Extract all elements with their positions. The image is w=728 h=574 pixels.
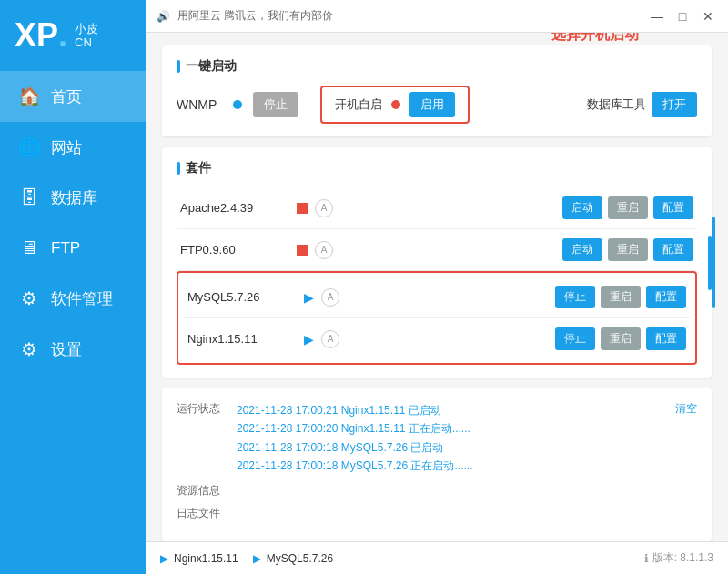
mysql-name: MySQL5.7.26 [187, 290, 297, 304]
main-panel: 🔊 用阿里云 腾讯云，我们有内部价 — □ ✕ 一键启动 选择开机启动 WNMP [146, 0, 728, 574]
nginx-play-icon: ▶ [160, 552, 168, 565]
log-status-content: 2021-11-28 17:00:21 Nginx1.15.11 已启动 202… [237, 401, 661, 476]
startup-enable-button[interactable]: 启用 [410, 92, 455, 117]
log-line-3: 2021-11-28 17:00:18 MySQL5.7.26 已启动 [237, 438, 661, 457]
bottom-mysql[interactable]: ▶ MySQL5.7.26 [253, 552, 333, 565]
sidebar-label-settings: 设置 [51, 339, 82, 360]
settings-icon: ⚙ [18, 338, 40, 360]
sidebar-item-database[interactable]: 🗄 数据库 [0, 173, 146, 223]
maximize-button[interactable]: □ [673, 7, 692, 25]
apache-restart-button[interactable]: 重启 [608, 196, 648, 219]
nginx-config-button[interactable]: 配置 [646, 327, 686, 350]
log-section: 运行状态 2021-11-28 17:00:21 Nginx1.15.11 已启… [162, 388, 712, 541]
speaker-icon: 🔊 [157, 10, 170, 23]
nginx-stop-button[interactable]: 停止 [555, 327, 595, 350]
ftp-restart-button[interactable]: 重启 [608, 238, 648, 261]
app-logo: XP . 小皮 CN [0, 0, 146, 71]
mysql-restart-button[interactable]: 重启 [601, 286, 641, 308]
log-file-row: 日志文件 [177, 506, 697, 521]
startup-box: 开机自启 启用 [320, 86, 470, 124]
log-clear-button[interactable]: 清空 [675, 401, 697, 417]
log-status-label: 运行状态 [177, 401, 222, 417]
startup-status-dot [391, 100, 400, 109]
running-services-box: 启动这2个 MySQL5.7.26 ▶ A 停止 重启 配置 [177, 271, 697, 365]
website-icon: 🌐 [18, 136, 40, 158]
db-tools-open-button[interactable]: 打开 [652, 92, 697, 117]
log-file-label: 日志文件 [177, 506, 222, 521]
suite-title: 套件 [177, 160, 697, 176]
wnmp-label: WNMP [177, 97, 222, 112]
log-resource-label: 资源信息 [177, 483, 222, 498]
suite-row-mysql: MySQL5.7.26 ▶ A 停止 重启 配置 [184, 277, 690, 318]
scroll-indicator [708, 236, 712, 290]
startup-label: 开机自启 [335, 96, 382, 113]
mysql-actions: 停止 重启 配置 [555, 286, 686, 308]
ftp-name: FTP0.9.60 [180, 243, 289, 257]
log-resource-row: 资源信息 [177, 483, 697, 498]
mysql-bottom-label: MySQL5.7.26 [267, 552, 333, 565]
bottom-services: ▶ Nginx1.15.11 ▶ MySQL5.7.26 [160, 552, 333, 565]
sidebar-label-home: 首页 [51, 86, 82, 107]
mysql-stop-button[interactable]: 停止 [555, 286, 595, 308]
suite-row-nginx: Nginx1.15.11 ▶ A 停止 重启 配置 [184, 318, 690, 359]
promo-text: 用阿里云 腾讯云，我们有内部价 [177, 8, 333, 24]
ftp-admin-icon: A [315, 241, 333, 259]
bottom-version: ℹ 版本: 8.1.1.3 [644, 550, 713, 566]
suite-row-ftp: FTP0.9.60 A 启动 重启 配置 [177, 229, 697, 271]
database-icon: 🗄 [18, 187, 40, 208]
one-click-row: WNMP 停止 开机自启 启用 数据库工具 打开 [177, 86, 697, 124]
logo-dot: . [58, 16, 67, 55]
sidebar-item-website[interactable]: 🌐 网站 [0, 122, 146, 173]
title-bar-left: 🔊 用阿里云 腾讯云，我们有内部价 [157, 8, 333, 24]
nginx-status-icon: ▶ [304, 332, 314, 347]
version-text: 版本: 8.1.1.3 [652, 550, 713, 566]
mysql-play-icon: ▶ [253, 552, 261, 565]
sidebar-label-website: 网站 [51, 137, 82, 158]
ftp-actions: 启动 重启 配置 [562, 238, 693, 261]
one-click-section: 一键启动 选择开机启动 WNMP 停止 开机自启 启用 数据库工具 [162, 45, 712, 136]
wnmp-status-dot [233, 100, 242, 109]
sidebar-item-home[interactable]: 🏠 首页 [0, 71, 146, 122]
db-tools-box: 数据库工具 打开 [587, 92, 697, 117]
log-line-1: 2021-11-28 17:00:21 Nginx1.15.11 已启动 [237, 401, 661, 419]
sidebar-item-settings[interactable]: ⚙ 设置 [0, 324, 146, 375]
logo-cn: CN [75, 35, 98, 49]
wnmp-stop-button[interactable]: 停止 [253, 92, 298, 117]
ftp-start-button[interactable]: 启动 [562, 238, 602, 261]
sidebar-label-ftp: FTP [51, 239, 80, 257]
annotation-startup: 选择开机启动 [551, 33, 639, 45]
ftp-icon: 🖥 [18, 237, 40, 258]
sidebar-label-software: 软件管理 [51, 288, 113, 309]
mysql-admin-icon: A [321, 288, 339, 307]
apache-start-button[interactable]: 启动 [562, 196, 602, 219]
sidebar-label-database: 数据库 [51, 187, 97, 208]
mysql-config-button[interactable]: 配置 [646, 286, 686, 308]
sidebar-item-ftp[interactable]: 🖥 FTP [0, 223, 146, 273]
version-icon: ℹ [644, 552, 649, 565]
ftp-status-icon [297, 245, 308, 256]
log-line-4: 2021-11-28 17:00:18 MySQL5.7.26 正在启动....… [237, 457, 661, 475]
nginx-restart-button[interactable]: 重启 [601, 327, 641, 350]
sidebar-item-software[interactable]: ⚙ 软件管理 [0, 273, 146, 324]
apache-config-button[interactable]: 配置 [653, 196, 693, 219]
log-line-2: 2021-11-28 17:00:20 Nginx1.15.11 正在启动...… [237, 419, 661, 438]
apache-status-icon [297, 203, 308, 214]
apache-actions: 启动 重启 配置 [562, 196, 693, 219]
apache-name: Apache2.4.39 [180, 201, 289, 215]
nginx-name: Nginx1.15.11 [187, 332, 297, 346]
nginx-actions: 停止 重启 配置 [555, 327, 686, 350]
ftp-config-button[interactable]: 配置 [653, 238, 693, 261]
home-icon: 🏠 [18, 86, 40, 107]
bottom-bar: ▶ Nginx1.15.11 ▶ MySQL5.7.26 ℹ 版本: 8.1.1… [146, 541, 728, 574]
minimize-button[interactable]: — [648, 7, 666, 25]
db-tools-label: 数据库工具 [587, 96, 646, 113]
bottom-nginx[interactable]: ▶ Nginx1.15.11 [160, 552, 238, 565]
log-status-row: 运行状态 2021-11-28 17:00:21 Nginx1.15.11 已启… [177, 401, 697, 476]
mysql-status-icon: ▶ [304, 290, 314, 305]
one-click-title: 一键启动 [177, 58, 697, 75]
close-button[interactable]: ✕ [699, 7, 717, 25]
logo-small: 小皮 [75, 22, 98, 36]
title-bar: 🔊 用阿里云 腾讯云，我们有内部价 — □ ✕ [146, 0, 728, 33]
suite-section: 套件 Apache2.4.39 A 启动 重启 配置 FTP0.9.60 [162, 147, 712, 378]
suite-row-apache: Apache2.4.39 A 启动 重启 配置 [177, 187, 697, 229]
